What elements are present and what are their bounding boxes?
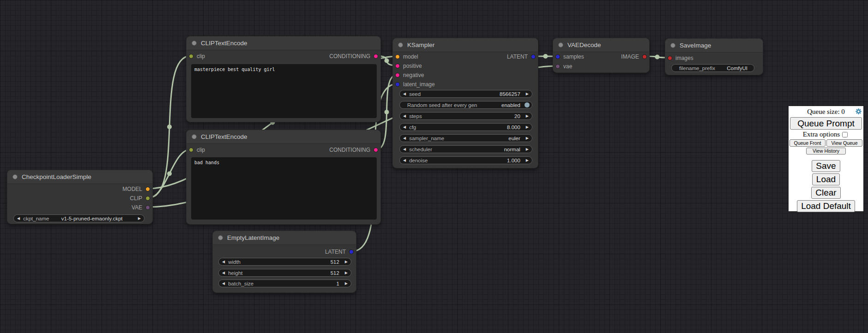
decrement-arrow-icon[interactable]: ◀ — [400, 148, 409, 151]
toggle-enabled-icon[interactable] — [524, 102, 530, 107]
increment-arrow-icon[interactable]: ▶ — [342, 271, 351, 275]
extra-options-checkbox[interactable] — [842, 132, 848, 137]
view-history-button[interactable]: View History — [806, 148, 846, 155]
output-slot-conditioning[interactable] — [374, 54, 378, 59]
node-collapse-dot-icon[interactable] — [398, 42, 403, 48]
node-clip-text-encode-positive[interactable]: CLIPTextEncode clip CONDITIONING masterp… — [186, 36, 381, 122]
prompt-textarea[interactable]: bad hands — [191, 157, 377, 220]
widget-value: euler — [508, 136, 523, 141]
decrement-arrow-icon[interactable]: ◀ — [219, 260, 228, 264]
node-title-bar[interactable]: KSampler — [393, 38, 538, 52]
node-checkpoint-loader-simple[interactable]: CheckpointLoaderSimple MODEL CLIP VAE ◀ … — [7, 170, 153, 224]
increment-arrow-icon[interactable]: ▶ — [523, 137, 532, 140]
save-button[interactable]: Save — [812, 160, 840, 172]
increment-arrow-icon[interactable]: ▶ — [342, 260, 351, 264]
node-title-bar[interactable]: VAEDecode — [553, 38, 649, 52]
widget-value: normal — [504, 147, 523, 152]
decrement-arrow-icon[interactable]: ◀ — [219, 271, 228, 275]
node-empty-latent-image[interactable]: EmptyLatentImage LATENT ◀ width 512 ▶ ◀ … — [212, 231, 356, 293]
output-slot-clip[interactable] — [145, 196, 150, 201]
load-default-button[interactable]: Load Default — [797, 200, 855, 212]
input-slot-negative[interactable] — [395, 73, 400, 77]
node-collapse-dot-icon[interactable] — [192, 134, 197, 139]
clear-button[interactable]: Clear — [811, 187, 840, 199]
input-slot-images[interactable] — [668, 56, 672, 60]
decrement-arrow-icon[interactable]: ◀ — [400, 125, 409, 129]
decrement-arrow-icon[interactable]: ◀ — [14, 217, 23, 220]
increment-arrow-icon[interactable]: ▶ — [523, 148, 532, 151]
widget-seed[interactable]: ◀ seed 8566257 ▶ — [399, 90, 532, 98]
node-collapse-dot-icon[interactable] — [12, 174, 18, 179]
node-title: EmptyLatentImage — [227, 234, 279, 241]
node-collapse-dot-icon[interactable] — [192, 41, 197, 46]
widget-scheduler[interactable]: ◀ scheduler normal ▶ — [399, 145, 532, 153]
node-title-bar[interactable]: SaveImage — [665, 39, 763, 53]
input-label: negative — [403, 72, 424, 78]
widget-batch-size[interactable]: ◀ batch_size 1 ▶ — [218, 279, 351, 287]
output-slot-model[interactable] — [145, 187, 150, 191]
widget-label: filename_prefix — [679, 65, 715, 71]
link-midpoint-dot[interactable] — [167, 125, 172, 129]
node-collapse-dot-icon[interactable] — [218, 235, 223, 240]
output-slot-image[interactable] — [642, 54, 647, 59]
link-midpoint-dot[interactable] — [167, 172, 172, 176]
queue-front-button[interactable]: Queue Front — [790, 139, 826, 147]
increment-arrow-icon[interactable]: ▶ — [523, 92, 532, 96]
output-slot-vae[interactable] — [145, 205, 150, 210]
input-slot-samples[interactable] — [555, 54, 560, 59]
widget-filename-prefix[interactable]: filename_prefix ComfyUI — [671, 64, 754, 72]
node-collapse-dot-icon[interactable] — [558, 42, 563, 48]
node-title-bar[interactable]: CLIPTextEncode — [187, 36, 380, 50]
output-slot-latent[interactable] — [531, 54, 536, 59]
widget-label: sampler_name — [409, 136, 444, 141]
increment-arrow-icon[interactable]: ▶ — [135, 217, 144, 220]
increment-arrow-icon[interactable]: ▶ — [523, 125, 532, 129]
widget-cfg[interactable]: ◀ cfg 8.000 ▶ — [399, 123, 532, 131]
queue-prompt-button[interactable]: Queue Prompt — [790, 117, 862, 130]
widget-height[interactable]: ◀ height 512 ▶ — [218, 269, 351, 277]
link-midpoint-dot[interactable] — [385, 110, 389, 114]
input-slot-vae[interactable] — [555, 64, 560, 69]
load-button[interactable]: Load — [812, 173, 840, 185]
node-ksampler[interactable]: KSampler model positive negative latent_… — [392, 38, 538, 168]
widget-label: scheduler — [409, 147, 432, 152]
input-slot-model[interactable] — [395, 54, 400, 59]
prompt-textarea[interactable]: masterpiece best quality girl — [191, 64, 377, 118]
decrement-arrow-icon[interactable]: ◀ — [400, 92, 409, 96]
view-queue-button[interactable]: View Queue — [826, 139, 862, 147]
output-slot-conditioning[interactable] — [374, 148, 378, 152]
link-midpoint-dot[interactable] — [655, 55, 660, 59]
node-collapse-dot-icon[interactable] — [670, 43, 675, 48]
node-title-bar[interactable]: EmptyLatentImage — [213, 231, 356, 245]
input-slot-latent-image[interactable] — [395, 82, 400, 87]
node-vae-decode[interactable]: VAEDecode samples vae IMAGE — [553, 38, 650, 73]
decrement-arrow-icon[interactable]: ◀ — [400, 137, 409, 140]
decrement-arrow-icon[interactable]: ◀ — [400, 114, 409, 118]
node-title-bar[interactable]: CheckpointLoaderSimple — [7, 170, 152, 184]
input-slot-clip[interactable] — [189, 54, 193, 59]
input-slot-positive[interactable] — [395, 64, 400, 68]
link-midpoint-dot[interactable] — [385, 59, 389, 63]
widget-random-seed-toggle[interactable]: Random seed after every gen enabled — [399, 101, 532, 109]
widget-sampler-name[interactable]: ◀ sampler_name euler ▶ — [399, 134, 532, 142]
increment-arrow-icon[interactable]: ▶ — [342, 282, 351, 285]
input-slot-clip[interactable] — [189, 148, 193, 152]
node-graph-canvas[interactable]: CheckpointLoaderSimple MODEL CLIP VAE ◀ … — [0, 0, 868, 333]
node-title: SaveImage — [680, 42, 711, 49]
node-title-bar[interactable]: CLIPTextEncode — [187, 130, 380, 144]
output-slot-latent[interactable] — [349, 250, 354, 254]
increment-arrow-icon[interactable]: ▶ — [523, 159, 532, 162]
node-clip-text-encode-negative[interactable]: CLIPTextEncode clip CONDITIONING bad han… — [186, 130, 381, 225]
widget-ckpt-name[interactable]: ◀ ckpt_name v1-5-pruned-emaonly.ckpt ▶ — [13, 214, 145, 222]
output-label: LATENT — [325, 249, 346, 255]
decrement-arrow-icon[interactable]: ◀ — [400, 159, 409, 162]
input-label: model — [403, 54, 418, 60]
widget-steps[interactable]: ◀ steps 20 ▶ — [399, 112, 532, 120]
decrement-arrow-icon[interactable]: ◀ — [219, 282, 228, 285]
widget-denoise[interactable]: ◀ denoise 1.000 ▶ — [399, 156, 532, 164]
increment-arrow-icon[interactable]: ▶ — [523, 114, 532, 118]
widget-width[interactable]: ◀ width 512 ▶ — [218, 258, 351, 266]
link-midpoint-dot[interactable] — [543, 54, 548, 59]
settings-gear-icon[interactable] — [855, 108, 862, 115]
node-save-image[interactable]: SaveImage images filename_prefix ComfyUI — [665, 38, 763, 75]
